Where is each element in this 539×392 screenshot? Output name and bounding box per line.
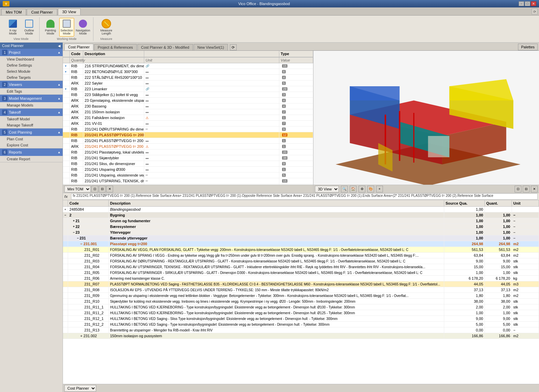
- sidebar-item-select-module[interactable]: Select Module: [0, 68, 63, 74]
- sidebar-section-viewers-header[interactable]: 2Viewers ▲: [0, 81, 63, 88]
- tab-3dview[interactable]: 3D View: [58, 8, 81, 15]
- table-row[interactable]: 231_R05 FORSKALING AV UTSPARINGER - SIRK…: [63, 270, 539, 276]
- panel-tab-refresh[interactable]: ⟳: [230, 44, 237, 50]
- 3d-view-select[interactable]: 3D View: [315, 186, 339, 192]
- sidebar-section-model-header[interactable]: 3Model Management ▲: [0, 95, 63, 102]
- sidebar-item-define-targets[interactable]: Define Targets: [0, 74, 63, 80]
- table-row-231001[interactable]: − 231.001 Plasstøpt vegg t=200 264,98 26…: [63, 241, 539, 247]
- sidebar-section-cost-header[interactable]: 5Cost Planning ▲: [0, 129, 63, 136]
- measure-label: Measure: [100, 37, 112, 41]
- table-row[interactable]: 231_R01 FORSKALING AV VEGG, PLAN FORSKAL…: [63, 247, 539, 253]
- table-row[interactable]: ARK 222 Søyler ▬ 5: [63, 80, 313, 86]
- panel-tab-newviewset[interactable]: New ViewSet(1): [194, 44, 228, 50]
- maximize-btn[interactable]: □: [525, 1, 530, 6]
- panel-tab-projrefs[interactable]: Project & References: [94, 44, 137, 50]
- 3d-close-btn[interactable]: ✕: [531, 186, 538, 192]
- table-row[interactable]: + 21 Grunn og fundamenter 1,00 1,00 −: [63, 218, 539, 224]
- table-row[interactable]: ● 2485084 Blandingsgassbod 1,00: [63, 207, 539, 212]
- 3d-detach-btn[interactable]: ⊟: [523, 186, 530, 192]
- table-row[interactable]: − 23 Yttervegger 1,00 1,00 −: [63, 230, 539, 235]
- table-row[interactable]: ARK 231/241 PLASSTØPTVEGG t= 200 (3) ⚠ 1: [63, 144, 313, 149]
- table-row[interactable]: 231_R08 ISOLASJON AV EPS - UTVENDIG PÅ Y…: [63, 287, 539, 293]
- sidebar-section-project-header[interactable]: 1Project ▲: [0, 49, 63, 56]
- sidebar-item-takeoff-model[interactable]: Takeoff Model: [0, 116, 63, 122]
- sidebar-section-takeoff-header[interactable]: 4Takeoff ▲: [0, 109, 63, 116]
- table-row[interactable]: 231_R04 FORSKALING AV UTSPARINGER, TEKNI…: [63, 264, 539, 270]
- table-row[interactable]: 231_R09 Gjenmuring av utsparing i eksist…: [63, 293, 539, 299]
- table-row[interactable]: 231_R12_1 HULLTAKING I BETONG VED Saging…: [63, 316, 539, 322]
- table-row[interactable]: 231_R10 Skjærdybler for kobling mot eksi…: [63, 299, 539, 304]
- close-btn[interactable]: ✕: [531, 1, 536, 6]
- table-row[interactable]: ARK 231 Fallskåren isolasjon ⚠ 1: [63, 115, 313, 121]
- table-row[interactable]: ▼ RIB 222 BETONGØSØYLE 300*300 ▬ 6: [63, 69, 313, 75]
- table-row[interactable]: + 231.002 150mm isolasjon og pussystem 1…: [63, 333, 539, 339]
- toolbar: X-rayMode OutlineMode View Mode Painting…: [0, 16, 539, 43]
- sidebar-section-reports-header[interactable]: 6Reports ▲: [0, 148, 63, 156]
- table-row[interactable]: − 2 Bygning 1,00 1,00 −: [63, 212, 539, 218]
- table-row[interactable]: RIB 231/241 Utsparing, eksisterende vegg…: [63, 172, 313, 178]
- table-row[interactable]: ARK 231 VV-01 ▬ 7: [63, 121, 313, 126]
- panel-tab-cp3d[interactable]: Cost Planner & 3D - Modified: [137, 44, 193, 50]
- table-row[interactable]: RIB 231/241 DØRUTSPARING div dimensjoner…: [63, 126, 313, 132]
- table-row[interactable]: RIB 231/241 PLASSTØPTVEGG t= 200 (2) ▬ 1: [63, 138, 313, 144]
- table-row[interactable]: ARK 230 Basseng ▬ 4: [63, 103, 313, 109]
- sidebar-item-manage-models[interactable]: Manage Models: [0, 102, 63, 108]
- table-row[interactable]: 231_R12_2 HULLTAKING I BETONG VED Saging…: [63, 322, 539, 327]
- formula-input[interactable]: fx 231/241 PLASSTØPTVEGG t= 200 (1).Refe…: [71, 193, 538, 200]
- 3d-toolbar-btn2[interactable]: 🏠: [350, 186, 357, 192]
- table-row[interactable]: ▼ RIB 223 Limanker 🔗 29: [63, 86, 313, 92]
- view-mode-label: View Mode: [14, 37, 28, 41]
- table-row[interactable]: RIB 223 Stålbjelker (L) boltet til vegg …: [63, 92, 313, 98]
- 3d-toolbar-btn4[interactable]: 🎨: [367, 186, 374, 192]
- sidebar-item-view-dashboard[interactable]: View Dashboard: [0, 56, 63, 62]
- close-table-btn[interactable]: ✕: [106, 186, 113, 192]
- navigation-mode-btn[interactable]: NavigationMode: [76, 18, 90, 37]
- outline-mode-btn[interactable]: OutlineMode: [22, 18, 37, 37]
- table-row[interactable]: 231_R06 Armering med kamstenger klasse C…: [63, 276, 539, 281]
- tab-minitom[interactable]: Mini TOM: [1, 9, 26, 15]
- table-row[interactable]: RIB 231/241 Sliss, div dimensjoner ▬ 9: [63, 161, 313, 167]
- measure-length-btn[interactable]: 📏 MeasureLength: [97, 18, 116, 37]
- selection-mode-btn[interactable]: SelectionMode: [59, 18, 74, 37]
- table-row[interactable]: + 22 Bæresystemer 1,00 1,00 −: [63, 224, 539, 230]
- 3d-toolbar-btn5[interactable]: +: [376, 186, 383, 192]
- table-sub-header: Quantity Unit Value: [63, 57, 313, 63]
- sidebar-collapse-icon[interactable]: ◀: [58, 44, 61, 48]
- minimize-btn[interactable]: −: [519, 1, 524, 6]
- table-row[interactable]: ▼ RIB 216 STRIPEFUNDAMENT, div dimensjon…: [63, 63, 313, 69]
- table-row[interactable]: RIB 222 STÅLSØYLE RHS200*100*10 ▬ 4: [63, 75, 313, 80]
- 3d-toolbar-btn3[interactable]: ⚙: [359, 186, 365, 192]
- sidebar-item-explore-cost[interactable]: Explore Cost: [0, 142, 63, 148]
- table-row[interactable]: RIB 231/241 UTSPARING, TEKNISK, div rekt…: [63, 178, 313, 184]
- panel-tab-costplanner[interactable]: Cost Planner: [64, 44, 93, 50]
- table-row[interactable]: 231_R13 Branntetting av utsparinger - Me…: [63, 327, 539, 333]
- xray-mode-btn[interactable]: X-rayMode: [5, 18, 20, 37]
- palettes-btn[interactable]: Palettes: [518, 44, 538, 50]
- tab-costplanner[interactable]: Cost Planner: [27, 9, 57, 15]
- table-row[interactable]: RIB 231/241 Utsparing Ø300 ▬ 1: [63, 167, 313, 172]
- sidebar-item-define-settings[interactable]: Define Settings: [0, 62, 63, 68]
- painting-mode-btn[interactable]: PaintingMode: [43, 18, 58, 37]
- table-row[interactable]: 231_R11_2 HULLTAKING I BETONG VED KJERNE…: [63, 310, 539, 316]
- table-row[interactable]: − 231 Bærende yttervegger 1,00 1,00 −: [63, 235, 539, 241]
- table-row[interactable]: RIB 231/241 Skjærdybler ▬ 38: [63, 155, 313, 161]
- table-row[interactable]: ARK 231 150mm isolasjon ▬ 2: [63, 109, 313, 115]
- bottom-view-select[interactable]: Cost Planner: [64, 385, 96, 392]
- window-icon-btn[interactable]: ⊡: [91, 186, 98, 192]
- detach-icon-btn[interactable]: ⊟: [99, 186, 106, 192]
- table-row[interactable]: 231_R11_1 HULLTAKING I BETONG VED KJERNE…: [63, 304, 539, 310]
- table-row-selected[interactable]: RIB 231/241 PLASSTØPTVEGG t= 200 (1) 12: [63, 132, 313, 138]
- table-row[interactable]: 231_R02 FORSKALING AV SPRANG I VEGG - En…: [63, 253, 539, 258]
- table-row[interactable]: ARK 23 Gjenstøping, eksisterende utspari…: [63, 98, 313, 103]
- sidebar-item-create-report[interactable]: Create Report: [0, 156, 63, 162]
- table-row[interactable]: 231_R03 FORSKALING AV DØRUTSPARING - REK…: [63, 258, 539, 264]
- formula-bar: fx fx 231/241 PLASSTØPTVEGG t= 200 (1).R…: [63, 193, 539, 200]
- 3d-toolbar-btn1[interactable]: 🔍: [341, 186, 348, 192]
- view-select[interactable]: Mini TOM: [64, 186, 91, 192]
- sidebar-item-edit-tags[interactable]: Edit Tags: [0, 88, 63, 94]
- sidebar-item-plan-cost[interactable]: Plan Cost: [0, 136, 63, 142]
- table-row[interactable]: RIB 231/241 Plasstøptveg, lokal utvidels…: [63, 149, 313, 155]
- table-row[interactable]: 231_R07 PLASSTØPT NORMALBETONG VED Sagin…: [63, 281, 539, 287]
- 3d-expand-btn[interactable]: ⊡: [515, 186, 521, 192]
- sidebar-item-manage-takeoff[interactable]: Manage Takeoff: [0, 122, 63, 128]
